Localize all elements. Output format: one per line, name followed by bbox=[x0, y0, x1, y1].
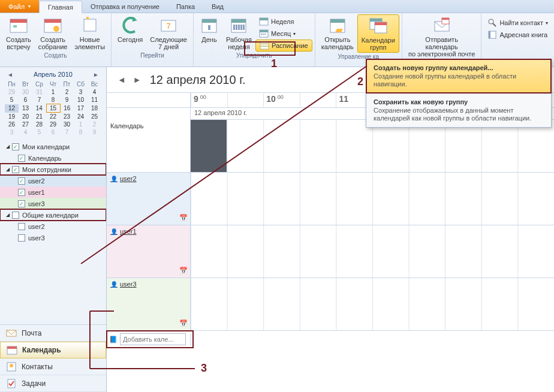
new-meeting-button[interactable]: Создать встречу bbox=[2, 14, 35, 52]
chevron-down-icon: ▾ bbox=[293, 31, 296, 37]
row-calendar[interactable]: Календарь bbox=[107, 120, 554, 173]
popup-item-new-group[interactable]: Создать новую группу календарей... Созда… bbox=[366, 59, 551, 93]
nav-calendar[interactable]: Календарь bbox=[0, 342, 106, 358]
svg-rect-12 bbox=[202, 19, 216, 23]
row-user1-label: user1 bbox=[120, 228, 137, 235]
tab-home[interactable]: Главная bbox=[39, 1, 82, 13]
svg-rect-7 bbox=[86, 17, 89, 19]
checkbox-icon[interactable]: ✓ bbox=[18, 189, 25, 196]
tree-item-user1[interactable]: ✓ user1 bbox=[0, 186, 106, 198]
tree-hdr-shared[interactable]: ◢ Общие календари bbox=[0, 209, 106, 221]
ribbon-group-arrange-label: Упорядочить bbox=[196, 52, 312, 60]
left-pane: ◄ Апрель 2010 ► ПнВтСрЧтПтСбВс 293031123… bbox=[0, 67, 107, 392]
svg-line-42 bbox=[493, 23, 496, 26]
svg-rect-29 bbox=[260, 43, 269, 44]
day-button[interactable]: День bbox=[196, 14, 222, 44]
person-icon: 👤 bbox=[110, 281, 118, 288]
tree-item-shared-user3[interactable]: user3 bbox=[0, 232, 106, 243]
svg-rect-35 bbox=[370, 19, 382, 22]
nav-tasks[interactable]: Задачи bbox=[0, 375, 106, 392]
tree-hdr-my-calendars[interactable]: ◢ ✓ Мои календари bbox=[0, 141, 106, 152]
popup-new-group-title: Создать новую группу календарей... bbox=[374, 64, 544, 71]
row-user3[interactable]: 👤user3📅 bbox=[107, 278, 554, 331]
row-calendar-label: Календарь bbox=[110, 122, 144, 129]
tree-item-shared-user2[interactable]: user2 bbox=[0, 221, 106, 232]
add-calendar-input[interactable] bbox=[120, 333, 186, 345]
checkbox-icon[interactable]: ✓ bbox=[18, 155, 25, 162]
tree-item-user3[interactable]: ✓ user3 bbox=[0, 198, 106, 209]
mail-icon bbox=[6, 328, 17, 339]
svg-rect-26 bbox=[263, 34, 264, 35]
svg-rect-37 bbox=[375, 22, 387, 25]
month-label: Месяц bbox=[271, 30, 291, 37]
annotation-num-1: 1 bbox=[271, 58, 277, 70]
tree-hdr-colleagues-label: Мои сотрудники bbox=[22, 166, 71, 173]
calendar-month-icon bbox=[259, 29, 269, 38]
workweek-button[interactable]: Рабочая неделя bbox=[222, 14, 255, 52]
person-icon: 👤 bbox=[110, 228, 118, 235]
svg-rect-30 bbox=[260, 46, 269, 47]
svg-rect-18 bbox=[238, 25, 240, 30]
new-items-icon bbox=[80, 16, 100, 35]
tab-sendrecv-label: Отправка и получение bbox=[91, 3, 159, 10]
checkbox-icon[interactable]: ✓ bbox=[12, 166, 19, 173]
date-next[interactable]: ► bbox=[130, 75, 145, 85]
tab-view-label: Вид bbox=[212, 3, 224, 10]
address-book-button[interactable]: Адресная книга bbox=[484, 29, 552, 41]
tree-item-user1-label: user1 bbox=[28, 189, 45, 196]
tab-file[interactable]: Файл bbox=[0, 0, 39, 13]
checkbox-icon[interactable]: ✓ bbox=[12, 143, 19, 150]
schedule-label: Расписание bbox=[272, 42, 308, 49]
svg-rect-17 bbox=[236, 25, 237, 30]
tab-folder[interactable]: Папка bbox=[168, 0, 203, 13]
tasks-icon bbox=[6, 378, 17, 389]
new-items-button[interactable]: Новые элементы bbox=[71, 14, 109, 52]
new-gathering-button[interactable]: Создать собрание bbox=[35, 14, 71, 52]
tree-hdr-colleagues[interactable]: ◢ ✓ Мои сотрудники bbox=[0, 164, 106, 175]
row-user1[interactable]: 👤user1📅 bbox=[107, 225, 554, 278]
nav-mail-label: Почта bbox=[22, 329, 41, 337]
annotation-num-2: 2 bbox=[357, 76, 363, 88]
checkbox-icon[interactable] bbox=[18, 234, 25, 242]
popup-save-group-title: Сохранить как новую группу bbox=[374, 98, 544, 105]
new-items-label: Новые элементы bbox=[74, 36, 105, 50]
send-calendar-icon bbox=[432, 16, 451, 35]
calendar-groups-icon bbox=[369, 16, 388, 35]
week-button[interactable]: Неделя bbox=[255, 16, 312, 28]
tab-send-receive[interactable]: Отправка и получение bbox=[82, 0, 168, 13]
row-user2[interactable]: 👤user2📅 bbox=[107, 173, 554, 225]
open-calendar-button[interactable]: Открыть календарь bbox=[318, 14, 357, 52]
row-user3-label: user3 bbox=[120, 281, 137, 288]
ribbon-group-goto-label: Перейти bbox=[114, 52, 191, 60]
tree-item-user2[interactable]: ✓ user2 bbox=[0, 175, 106, 186]
send-calendar-label: Отправить календарь по электронной почте bbox=[408, 36, 475, 58]
checkbox-icon[interactable]: ✓ bbox=[18, 200, 25, 207]
date-prev[interactable]: ◄ bbox=[114, 75, 130, 85]
open-calendar-label: Открыть календарь bbox=[321, 36, 354, 50]
svg-rect-44 bbox=[489, 31, 490, 38]
next7-button[interactable]: 7 Следующие 7 дней bbox=[146, 14, 191, 52]
calendar-groups-button[interactable]: Календари групп bbox=[357, 14, 399, 53]
tab-home-label: Главная bbox=[48, 4, 73, 11]
checkbox-icon[interactable] bbox=[12, 212, 19, 219]
calendar-icon bbox=[7, 345, 17, 355]
find-contact-button[interactable]: Найти контакт ▾ bbox=[484, 17, 552, 29]
tree-item-calendar[interactable]: ✓ Календарь bbox=[0, 152, 106, 164]
nav-mail[interactable]: Почта bbox=[0, 325, 106, 342]
calendar-groups-dropdown: Создать новую группу календарей... Созда… bbox=[366, 59, 552, 128]
checkbox-icon[interactable] bbox=[18, 223, 25, 230]
send-calendar-button[interactable]: Отправить календарь по электронной почте bbox=[405, 14, 479, 59]
nav-contacts[interactable]: Контакты bbox=[0, 358, 106, 375]
minical-prev[interactable]: ◄ bbox=[5, 71, 16, 78]
popup-item-save-group[interactable]: Сохранить как новую группу Сохранение от… bbox=[366, 94, 551, 127]
minical-grid[interactable]: ПнВтСрЧтПтСбВс 2930311234567891011121314… bbox=[5, 80, 101, 136]
calendar-7-icon bbox=[259, 17, 269, 26]
today-button[interactable]: Сегодня bbox=[114, 14, 146, 44]
minical-next[interactable]: ► bbox=[91, 71, 101, 78]
month-button[interactable]: Месяц ▾ bbox=[255, 28, 312, 40]
svg-rect-20 bbox=[243, 25, 245, 30]
tab-view[interactable]: Вид bbox=[203, 0, 232, 13]
checkbox-icon[interactable]: ✓ bbox=[18, 177, 25, 185]
schedule-button[interactable]: Расписание bbox=[255, 40, 312, 52]
mini-calendar[interactable]: ◄ Апрель 2010 ► ПнВтСрЧтПтСбВс 293031123… bbox=[0, 67, 106, 138]
